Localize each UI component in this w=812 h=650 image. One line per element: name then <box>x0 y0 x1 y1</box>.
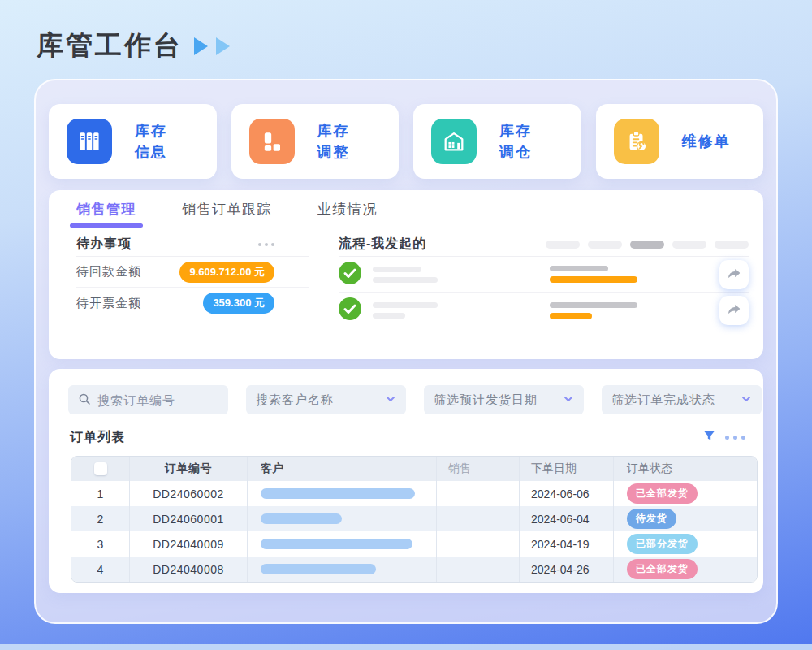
status-badge: 已全部发货 <box>627 559 698 579</box>
progress-bars <box>550 302 637 319</box>
order-date: 2024-04-19 <box>520 531 614 557</box>
table-header-row: 订单编号 客户 销售 下单日期 订单状态 <box>71 457 757 481</box>
order-date: 2024-04-26 <box>520 557 614 582</box>
table-row[interactable]: 1 DD24060002 2024-06-06 已全部发货 <box>71 481 757 506</box>
customer-cell <box>248 506 437 531</box>
customer-filter-select[interactable]: 搜索客户名称 <box>246 385 406 414</box>
customer-cell <box>248 557 437 582</box>
amount-badge: 359.300 元 <box>203 292 274 314</box>
process-row <box>339 257 749 292</box>
page-title: 库管工作台 <box>37 28 183 64</box>
tab-sales-order-tracking[interactable]: 销售订单跟踪 <box>182 190 272 228</box>
sales-cell <box>437 531 520 557</box>
status-badge: 已部分发货 <box>627 534 698 554</box>
clipboard-wrench-icon <box>614 119 659 164</box>
order-table: 订单编号 客户 销售 下单日期 订单状态 1 DD24060002 2024-0… <box>71 456 758 583</box>
tab-sales-management[interactable]: 销售管理 <box>76 190 136 228</box>
process-title: 流程-我发起的 <box>339 236 426 253</box>
col-order-no: 订单编号 <box>130 457 248 481</box>
order-date: 2024-06-06 <box>520 481 614 506</box>
sales-cell <box>437 506 520 531</box>
sales-cell <box>437 481 520 506</box>
quick-actions: 库存 信息 库存 调整 <box>49 104 763 179</box>
order-no-search-input[interactable] <box>97 393 218 407</box>
share-button[interactable] <box>719 260 749 289</box>
books-icon <box>67 119 112 164</box>
share-button[interactable] <box>719 296 749 325</box>
status-badge: 待发货 <box>627 509 676 529</box>
todo-title: 待办事项 <box>76 236 132 253</box>
tab-bar: 销售管理 销售订单跟踪 业绩情况 <box>49 190 763 228</box>
todo-label: 待回款金额 <box>76 264 141 280</box>
sales-panel: 销售管理 销售订单跟踪 业绩情况 待办事项 待回款金额 9.609.712.00… <box>49 190 763 359</box>
process-section: 流程-我发起的 <box>339 232 749 328</box>
orders-panel: 搜索客户名称 筛选预计发货日期 筛选订单完成状态 <box>49 369 763 593</box>
order-list-header: 订单列表 <box>49 414 763 456</box>
chevron-down-icon <box>563 393 574 407</box>
customer-cell <box>248 531 437 557</box>
todo-section: 待办事项 待回款金额 9.609.712.00 元 待开票金额 359.300 … <box>76 232 309 318</box>
process-row <box>339 292 749 328</box>
table-row[interactable]: 2 DD24060001 2024-06-04 待发货 <box>71 506 757 531</box>
progress-bars <box>550 266 637 283</box>
order-list-title: 订单列表 <box>70 429 125 446</box>
col-sales: 销售 <box>437 457 520 481</box>
blocks-icon <box>249 119 295 164</box>
main-container: 库存 信息 库存 调整 <box>34 79 778 624</box>
order-no: DD24060001 <box>130 506 248 531</box>
tab-performance[interactable]: 业绩情况 <box>317 190 378 228</box>
placeholder-pills <box>546 240 749 249</box>
bottom-strip <box>0 644 812 650</box>
chevron-down-icon <box>741 393 752 407</box>
todo-row: 待回款金额 9.609.712.00 元 <box>76 257 309 288</box>
order-date: 2024-06-04 <box>520 506 614 531</box>
card-label: 库存 信息 <box>135 120 167 162</box>
warehouse-icon <box>431 119 477 164</box>
filter-funnel-icon[interactable] <box>703 430 715 445</box>
skeleton-text <box>373 266 438 283</box>
check-circle-icon <box>339 262 361 288</box>
card-inventory-info[interactable]: 库存 信息 <box>49 104 217 179</box>
todo-row: 待开票金额 359.300 元 <box>76 288 309 318</box>
search-icon <box>78 392 91 408</box>
order-no: DD24040009 <box>130 531 248 557</box>
card-inventory-transfer[interactable]: 库存 调仓 <box>413 104 581 179</box>
more-ellipsis-icon[interactable] <box>258 243 274 246</box>
table-row[interactable]: 4 DD24040008 2024-04-26 已全部发货 <box>71 557 757 582</box>
table-row[interactable]: 3 DD24040009 2024-04-19 已部分发货 <box>71 531 757 557</box>
ship-date-filter-select[interactable]: 筛选预计发货日期 <box>424 385 584 414</box>
order-no: DD24040008 <box>130 557 248 582</box>
row-index: 1 <box>71 481 130 506</box>
todo-label: 待开票金额 <box>76 296 141 311</box>
row-index: 4 <box>71 557 130 582</box>
card-label: 库存 调仓 <box>499 120 532 162</box>
filter-bar: 搜索客户名称 筛选预计发货日期 筛选订单完成状态 <box>49 369 763 414</box>
play-arrow-icon <box>216 37 230 55</box>
col-status: 订单状态 <box>614 457 757 481</box>
workbench-page: 库管工作台 <box>0 0 812 650</box>
card-label: 维修单 <box>682 131 731 152</box>
order-no: DD24060002 <box>130 481 248 506</box>
card-label: 库存 调整 <box>317 120 350 162</box>
check-circle-icon <box>339 297 361 323</box>
chevron-down-icon <box>385 393 396 407</box>
order-no-search[interactable] <box>68 385 228 414</box>
card-repair-order[interactable]: 维修单 <box>596 104 764 179</box>
play-arrow-icon <box>194 37 208 55</box>
card-inventory-adjust[interactable]: 库存 调整 <box>231 104 400 179</box>
row-index: 3 <box>71 531 130 557</box>
col-order-date: 下单日期 <box>520 457 614 481</box>
skeleton-text <box>373 302 438 318</box>
page-header: 库管工作台 <box>37 28 230 64</box>
customer-cell <box>248 481 437 506</box>
col-customer: 客户 <box>248 457 437 481</box>
amount-badge: 9.609.712.00 元 <box>179 262 274 283</box>
sales-cell <box>437 557 520 582</box>
status-badge: 已全部发货 <box>627 483 698 504</box>
select-all-checkbox[interactable] <box>94 462 107 475</box>
order-status-filter-select[interactable]: 筛选订单完成状态 <box>602 385 762 414</box>
more-ellipsis-icon[interactable] <box>725 436 745 440</box>
row-index: 2 <box>71 506 130 531</box>
